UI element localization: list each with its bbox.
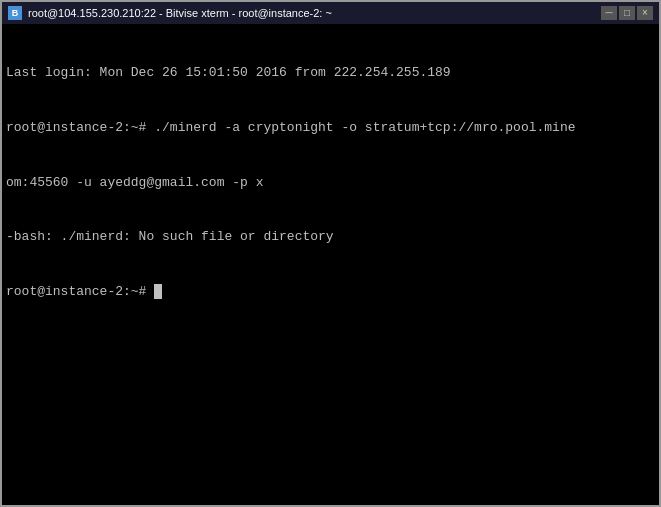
minimize-button[interactable]: ─	[601, 6, 617, 20]
title-bar: B root@104.155.230.210:22 - Bitvise xter…	[2, 2, 659, 24]
terminal-line-5: root@instance-2:~#	[6, 283, 655, 301]
terminal-content[interactable]: Last login: Mon Dec 26 15:01:50 2016 fro…	[2, 24, 659, 505]
close-button[interactable]: ×	[637, 6, 653, 20]
app-icon: B	[8, 6, 22, 20]
title-bar-controls: ─ □ ×	[601, 6, 653, 20]
maximize-button[interactable]: □	[619, 6, 635, 20]
terminal-line-4: -bash: ./minerd: No such file or directo…	[6, 228, 655, 246]
terminal-line-3: om:45560 -u ayeddg@gmail.com -p x	[6, 174, 655, 192]
title-bar-left: B root@104.155.230.210:22 - Bitvise xter…	[8, 6, 332, 20]
terminal-cursor	[154, 284, 162, 299]
terminal-line-1: Last login: Mon Dec 26 15:01:50 2016 fro…	[6, 64, 655, 82]
terminal-window: B root@104.155.230.210:22 - Bitvise xter…	[0, 0, 661, 507]
window-title: root@104.155.230.210:22 - Bitvise xterm …	[28, 7, 332, 19]
terminal-line-2: root@instance-2:~# ./minerd -a cryptonig…	[6, 119, 655, 137]
